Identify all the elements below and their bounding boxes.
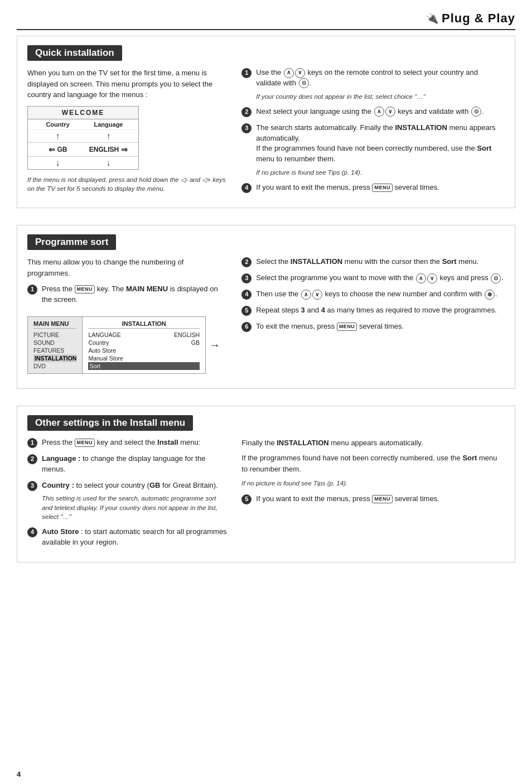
os-step-1: 1 Press the MENU key and select the Inst…: [27, 437, 228, 448]
os-right-steps: 5 If you want to exit the menus, press M…: [241, 494, 505, 504]
up-key: ∧: [284, 68, 294, 78]
menu-row-autostore: Auto Store: [88, 347, 200, 354]
ok-key2: ⊙: [471, 107, 481, 117]
ps-num-3: 3: [241, 273, 252, 283]
quick-install-right: 1 Use the ∧∨ keys on the remote control …: [241, 68, 505, 199]
welcome-col1-label: Country: [32, 121, 83, 128]
os-step-3: 3 Country : to select your country (GB f…: [27, 480, 228, 521]
menu-key-1: MENU: [372, 184, 393, 192]
step-num-4: 4: [241, 183, 252, 193]
down-arrow-col2: ↓: [107, 158, 111, 167]
main-menu-title: MAIN MENU: [33, 320, 76, 329]
menu-row-language: LANGUAGEENGLISH: [88, 331, 200, 339]
menu-item-dvd: DVD: [33, 362, 76, 370]
programme-sort-left-steps: 1 Press the MENU key. The MAIN MENU is d…: [27, 284, 228, 305]
menu-left-panel: MAIN MENU PICTURE SOUND FEATURES INSTALL…: [28, 317, 83, 373]
left-arrow-gb: ⇐: [49, 145, 55, 154]
up-key-ps2: ∧: [301, 290, 311, 300]
programme-sort-left: This menu allow you to change the number…: [27, 257, 228, 379]
quick-install-step-1: 1 Use the ∧∨ keys on the remote control …: [241, 68, 505, 101]
os-step-5: 5 If you want to exit the menus, press M…: [241, 494, 505, 504]
country-value: GB: [57, 146, 67, 153]
quick-installation-title: Quick installation: [27, 45, 122, 61]
page-header: 🔌 Plug & Play: [17, 11, 515, 30]
up-key-ps: ∧: [416, 273, 426, 283]
programme-sort-title: Programme sort: [27, 234, 116, 250]
up-arrow-col1: ↑: [56, 131, 60, 141]
os-step-2: 2 Language : to change the display langu…: [27, 454, 228, 475]
ps-num-1: 1: [27, 285, 37, 295]
down-arrow-col1: ↓: [56, 158, 60, 167]
ps-step-4: 4 Then use the ∧∨ keys to choose the new…: [241, 289, 505, 300]
ps-step-6: 6 To exit the menus, press MENU several …: [241, 321, 505, 332]
step1-italic: If your country does not appear in the l…: [256, 92, 505, 101]
down-key: ∨: [295, 68, 305, 78]
quick-installation-section: Quick installation When you turn on the …: [17, 36, 515, 208]
os-right-para2: If the programmes found have not been co…: [241, 453, 505, 474]
quick-install-left: When you turn on the TV set for the firs…: [27, 68, 228, 199]
down-key2: ∨: [385, 107, 395, 117]
menu-key-os5: MENU: [372, 495, 393, 503]
up-arrow-col2: ↑: [107, 131, 111, 141]
ps-num-5: 5: [241, 306, 252, 316]
menu-row-manualstore: Manual Store: [88, 354, 200, 362]
step-num-2: 2: [241, 107, 252, 117]
installation-title: INSTALLATION: [88, 320, 200, 329]
programme-sort-right: 2 Select the INSTALLATION menu with the …: [241, 257, 505, 379]
programme-sort-right-steps: 2 Select the INSTALLATION menu with the …: [241, 257, 505, 332]
quick-install-steps: 1 Use the ∧∨ keys on the remote control …: [241, 68, 505, 193]
programme-sort-section: Programme sort This menu allow you to ch…: [17, 225, 515, 389]
menu-item-picture: PICTURE: [33, 331, 76, 339]
os-step3-italic: This setting is used for the search, aut…: [42, 494, 228, 521]
menu-arrow-right: →: [206, 339, 220, 352]
welcome-box-title: WELCOME: [28, 107, 138, 119]
quick-install-intro: When you turn on the TV set for the firs…: [27, 68, 228, 100]
other-settings-right: Finally the INSTALLATION menu appears au…: [241, 437, 505, 554]
ps-num-4: 4: [241, 290, 252, 300]
right-arrow-english: ⇒: [121, 145, 128, 154]
step-num-1: 1: [241, 68, 252, 78]
menu-item-installation: INSTALLATION: [33, 354, 76, 362]
ps-step-5: 5 Repeat steps 3 and 4 as many times as …: [241, 305, 505, 316]
menu-key-ps6: MENU: [337, 323, 357, 331]
down-key-ps2: ∨: [312, 290, 322, 300]
down-key-ps: ∨: [427, 273, 437, 283]
menu-item-sound: SOUND: [33, 339, 76, 347]
back-key-ps: ⊗: [485, 290, 495, 300]
ps-num-2: 2: [241, 257, 252, 267]
quick-install-step-3: 3 The search starts automatically. Final…: [241, 123, 505, 177]
ps-step-3: 3 Select the programme you want to move …: [241, 273, 505, 283]
ok-key: ⊙: [299, 78, 309, 88]
os-right-para1: Finally the INSTALLATION menu appears au…: [241, 437, 505, 449]
os-num-2: 2: [27, 454, 37, 464]
menu-item-features: FEATURES: [33, 347, 76, 354]
quick-install-step-2: 2 Next select your language using the ∧∨…: [241, 107, 505, 117]
os-right-italic: If no picture is found see Tips (p. 14).: [241, 479, 505, 488]
english-value: ENGLISH: [89, 146, 119, 153]
os-num-1: 1: [27, 438, 37, 448]
ps-step-2: 2 Select the INSTALLATION menu with the …: [241, 257, 505, 267]
welcome-box: WELCOME Country Language ↑ ↑ ⇐ G: [27, 106, 139, 170]
quick-install-italic-note: If the menu is not displayed, press and …: [27, 175, 228, 193]
other-settings-section: Other settings in the Install menu 1 Pre…: [17, 406, 515, 563]
welcome-col2-label: Language: [83, 121, 134, 128]
step-num-3: 3: [241, 123, 252, 133]
quick-install-step-4: 4 If you want to exit the menus, press M…: [241, 182, 505, 193]
menu-right-panel: INSTALLATION LANGUAGEENGLISH CountryGB A…: [83, 317, 205, 373]
other-settings-steps: 1 Press the MENU key and select the Inst…: [27, 437, 228, 548]
os-num-5: 5: [241, 494, 252, 504]
ok-key-ps: ⊙: [491, 273, 501, 283]
page-number: 4: [17, 770, 21, 778]
other-settings-left: 1 Press the MENU key and select the Inst…: [27, 437, 228, 554]
ps-num-6: 6: [241, 322, 252, 332]
menu-key-ps1: MENU: [75, 285, 95, 294]
plug-play-title: Plug & Play: [442, 11, 515, 26]
menu-row-country: CountryGB: [88, 339, 200, 347]
menu-screenshot: MAIN MENU PICTURE SOUND FEATURES INSTALL…: [27, 316, 206, 374]
step3-italic: If no picture is found see Tips (p. 14).: [256, 168, 505, 177]
os-step-4: 4 Auto Store : to start automatic search…: [27, 527, 228, 548]
other-settings-title: Other settings in the Install menu: [27, 415, 193, 431]
os-num-4: 4: [27, 527, 37, 537]
programme-sort-intro: This menu allow you to change the number…: [27, 257, 228, 278]
ps-step-1: 1 Press the MENU key. The MAIN MENU is d…: [27, 284, 228, 305]
